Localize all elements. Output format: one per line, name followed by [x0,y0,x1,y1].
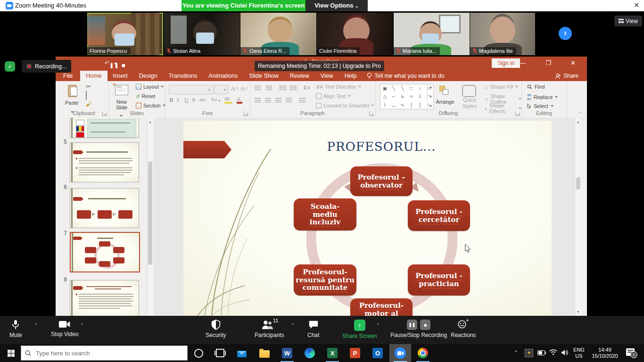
participants-button[interactable]: 11 Participants [255,320,284,338]
layout-button[interactable]: Layout [136,84,164,90]
font-name-combo[interactable] [169,85,213,94]
paste-button[interactable] [66,84,78,99]
justify-icon[interactable] [286,98,292,103]
slide-thumbnail-5[interactable] [70,142,139,182]
video-tile[interactable]: Ciulei Florentina [317,13,393,55]
language-indicator[interactable]: ENG US [572,347,586,359]
clock[interactable]: 14:49 15/10/2020 [588,347,621,359]
tab-slide-show[interactable]: Slide Show [243,71,284,81]
view-options-button[interactable]: View Options ⌄ [305,0,368,11]
pause-stop-recording-control[interactable]: ❚❚ ■ Pause/Stop Recording [390,320,447,338]
bullets-icon[interactable] [255,86,261,90]
taskbar-explorer[interactable] [254,344,275,362]
strikethrough-icon[interactable]: S [190,96,197,104]
video-tile[interactable]: Stoian Alina [164,13,240,55]
security-button[interactable]: Security [206,320,226,338]
video-options-caret[interactable]: ⌃ [80,322,84,328]
align-center-icon[interactable] [265,98,271,103]
taskbar-chrome[interactable] [412,344,434,362]
diagram-box-scoala[interactable]: Scoala- mediu incluziv [294,198,356,230]
stop-video-button[interactable]: Stop Video [51,320,79,337]
underline-icon[interactable]: U [183,96,190,104]
scroll-down-icon[interactable]: ▼ [576,309,581,315]
view-layout-button[interactable]: View [614,16,642,26]
align-left-icon[interactable] [255,98,261,103]
shape-gallery[interactable]: ▣╲╲□○▭ △⌐↳⇨⇩◠ ⌇◡∿{}☆ [380,84,434,109]
share-screen-button[interactable]: ↑ Share Screen [342,320,377,339]
taskbar-word[interactable]: W [276,344,298,362]
decrease-indent-icon[interactable] [279,86,287,90]
tab-review[interactable]: Review [284,71,315,81]
stop-recording-icon[interactable]: ■ [420,320,430,330]
reset-button[interactable]: ↺Reset [136,93,155,99]
share-button[interactable]: Share [555,71,578,81]
recording-pause-icon[interactable]: ❚❚ [109,62,119,68]
format-painter-icon[interactable]: 🖌 [86,101,91,107]
video-tile[interactable]: Florina Popescu [87,13,163,55]
video-tile[interactable]: Mariana Iulia... [394,13,470,55]
align-text-button[interactable]: Align Text [316,93,351,99]
font-size-combo[interactable] [214,85,228,94]
search-input[interactable] [35,349,183,357]
task-view-button[interactable] [209,344,231,362]
arrange-button[interactable] [438,85,453,97]
columns-icon[interactable] [299,98,305,103]
scroll-up-icon[interactable]: ▲ [576,119,581,125]
slide-thumbnail-partial[interactable] [70,118,139,138]
minimize-icon[interactable]: — [520,59,526,66]
font-dialog-launcher[interactable] [244,111,248,116]
tray-app-icon[interactable]: ★ [525,349,533,357]
notification-center-icon[interactable]: 1 [626,348,635,356]
taskbar-zoom-active[interactable] [389,344,411,362]
start-button[interactable] [0,344,22,362]
diagram-box-motor[interactable]: Profesorul- motor al schimbării [350,298,413,316]
tab-transitions[interactable]: Transitions [163,71,203,81]
next-participants-button[interactable]: › [559,27,572,40]
shape-gallery-scroll[interactable]: ▲▼▼ [427,84,434,109]
wifi-icon[interactable] [549,349,557,355]
slide-canvas[interactable]: PROFESORUL... Profesorul – observator Sc… [183,121,552,316]
recording-stop-icon[interactable]: ■ [122,62,126,69]
diagram-box-cercetator[interactable]: Profesorul - cercetător [408,200,470,231]
taskbar-edge[interactable] [299,344,321,362]
line-spacing-icon[interactable]: ⇕≡ [303,85,310,91]
taskbar-mail[interactable] [231,344,253,362]
participants-options-caret[interactable]: ⌃ [291,322,295,328]
convert-smartart-button[interactable]: Convert to SmartArt [316,103,374,108]
slide-thumbnail-7-selected[interactable] [70,232,140,272]
collapse-ribbon-icon[interactable]: ⌃ [578,111,582,116]
battery-icon[interactable] [537,350,546,355]
taskbar-excel[interactable]: X [322,344,343,362]
char-spacing-icon[interactable]: abe [198,97,207,102]
mute-options-caret[interactable]: ⌃ [34,322,38,328]
quick-styles-button[interactable] [462,85,476,97]
clipboard-dialog-launcher[interactable] [102,111,107,116]
drawing-dialog-launcher[interactable] [515,111,520,116]
slide-scrollbar[interactable]: ▲ ▼ [575,118,581,316]
numbering-icon[interactable] [266,86,272,90]
tray-expand-icon[interactable]: ⌃ [514,350,518,355]
taskbar-outlook[interactable]: O [367,344,388,362]
video-tile[interactable]: Oana Elena R... [240,13,316,55]
tab-design[interactable]: Design [133,71,163,81]
replace-button[interactable]: abac Replace [527,93,558,101]
share-options-caret[interactable]: ⌃ [376,322,380,328]
copy-icon[interactable] [86,91,87,100]
tab-insert[interactable]: Insert [107,71,133,81]
mute-button[interactable]: Mute [9,320,22,338]
taskbar-search[interactable] [21,346,188,361]
text-direction-button[interactable]: ⇵AText Direction [316,84,361,90]
close-window-icon[interactable]: ✕ [570,59,576,66]
scrollbar-thumb[interactable] [576,177,580,189]
diagram-box-observator[interactable]: Profesorul – observator [350,166,413,196]
tab-view[interactable]: View [315,71,339,81]
section-button[interactable]: Section [136,103,165,108]
paragraph-dialog-launcher[interactable] [369,111,374,116]
select-button[interactable]: Select [527,103,553,109]
taskbar-powerpoint[interactable]: P [344,344,366,362]
tab-home[interactable]: Home [80,71,107,81]
increase-indent-icon[interactable] [289,86,297,90]
scrollbar-thumb[interactable] [148,161,152,265]
diagram-box-resursa[interactable]: Profesorul- resursă pentru comunitate [294,264,356,296]
find-button[interactable]: Find [527,84,545,90]
